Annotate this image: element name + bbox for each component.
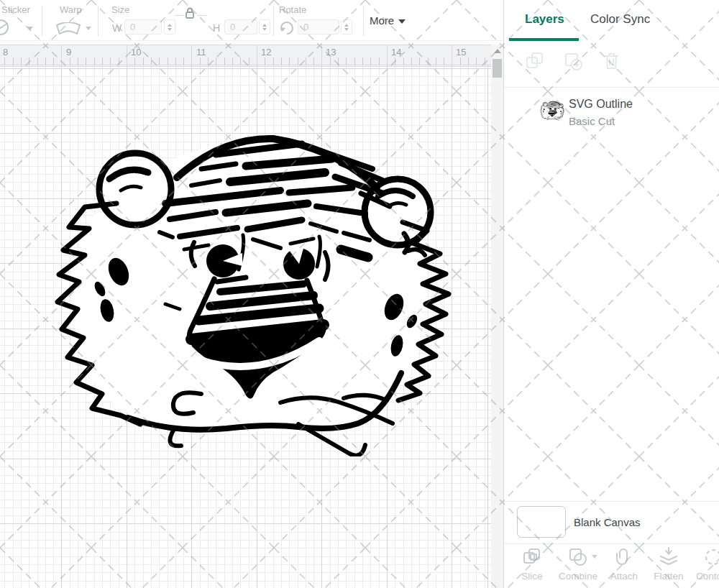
ruler-number: 15 bbox=[456, 47, 466, 58]
height-letter: H bbox=[213, 22, 220, 34]
layers-panel: Layers Color Sync SVG Outline Basic Cut … bbox=[503, 0, 719, 588]
blank-canvas-swatch[interactable] bbox=[517, 506, 566, 538]
mascot-artwork[interactable] bbox=[50, 132, 452, 456]
more-caret-icon bbox=[398, 19, 406, 24]
warp-caret-icon[interactable] bbox=[86, 27, 91, 30]
edit-toolbar: Sticker Warp Size W 0 H 0 Rotate 0 More bbox=[0, 0, 503, 41]
rotate-stepper[interactable] bbox=[341, 19, 352, 35]
toolbar-divider bbox=[273, 6, 274, 36]
ruler-number: 8 bbox=[3, 47, 8, 58]
active-tab-underline bbox=[509, 38, 579, 41]
blank-canvas-label: Blank Canvas bbox=[574, 516, 641, 528]
size-link-bracket bbox=[197, 15, 206, 16]
attach-icon bbox=[614, 547, 634, 567]
bottom-toolbar: Slice Combine Attach Flatten bbox=[504, 544, 719, 588]
sticker-group-label: Sticker bbox=[1, 4, 30, 15]
combine-button[interactable]: Combine bbox=[553, 546, 603, 582]
scrollbar-thumb[interactable] bbox=[493, 59, 502, 78]
rotate-group-label: Rotate bbox=[279, 4, 306, 15]
layer-title: SVG Outline bbox=[569, 98, 633, 111]
ruler-number: 14 bbox=[391, 47, 401, 58]
toolbar-divider bbox=[98, 6, 99, 36]
layer-subtitle: Basic Cut bbox=[569, 115, 615, 127]
offset-sticker-icon[interactable] bbox=[0, 19, 14, 36]
canvas-vertical-scrollbar[interactable] bbox=[491, 45, 503, 588]
attach-button[interactable]: Attach bbox=[599, 546, 649, 582]
contour-icon bbox=[703, 547, 719, 567]
ruler-number: 12 bbox=[261, 47, 271, 58]
size-group-label: Size bbox=[111, 4, 129, 15]
width-stepper[interactable] bbox=[164, 19, 175, 35]
flatten-button[interactable]: Flatten bbox=[644, 546, 694, 582]
design-app-window: { "toolbar": { "sticker_label": "Sticker… bbox=[0, 0, 719, 588]
layer-row[interactable]: SVG Outline Basic Cut bbox=[504, 95, 719, 132]
size-link-bracket bbox=[175, 15, 184, 16]
slice-icon bbox=[522, 547, 542, 567]
flatten-icon bbox=[659, 547, 679, 567]
more-button[interactable]: More bbox=[370, 14, 406, 27]
ruler-number: 13 bbox=[326, 47, 336, 58]
sticker-caret-icon[interactable] bbox=[27, 27, 33, 30]
panel-divider bbox=[504, 501, 719, 502]
rotate-icon[interactable] bbox=[279, 21, 295, 36]
warp-icon[interactable] bbox=[55, 22, 82, 35]
lock-icon[interactable] bbox=[184, 6, 196, 19]
toolbar-divider bbox=[42, 6, 42, 36]
horizontal-ruler: 8 9 10 11 12 13 14 15 bbox=[0, 45, 491, 65]
slice-button[interactable]: Slice bbox=[507, 546, 557, 582]
trash-icon[interactable] bbox=[603, 52, 620, 70]
ruler-number: 11 bbox=[196, 47, 206, 58]
height-input[interactable]: 0 bbox=[224, 19, 257, 35]
toolbar-divider bbox=[363, 6, 364, 36]
contour-button[interactable]: Contour bbox=[688, 546, 719, 582]
combine-caret-icon[interactable] bbox=[592, 555, 597, 559]
height-stepper[interactable] bbox=[259, 19, 270, 35]
scroll-up-button[interactable] bbox=[491, 45, 503, 57]
panel-divider bbox=[504, 87, 719, 88]
scroll-up-icon bbox=[494, 49, 501, 53]
combine-icon bbox=[568, 547, 588, 567]
tab-color-sync[interactable]: Color Sync bbox=[590, 12, 650, 27]
width-letter: W bbox=[112, 22, 122, 34]
layer-thumbnail bbox=[540, 99, 564, 122]
add-layer-icon[interactable] bbox=[564, 52, 582, 70]
more-label: More bbox=[370, 14, 394, 27]
width-input[interactable]: 0 bbox=[124, 19, 162, 35]
rotate-input[interactable]: 0 bbox=[298, 19, 339, 35]
warp-group-label: Warp bbox=[60, 4, 82, 15]
ruler-number: 10 bbox=[131, 47, 141, 58]
tab-layers[interactable]: Layers bbox=[525, 12, 564, 27]
ruler-number: 9 bbox=[66, 47, 71, 58]
duplicate-icon[interactable] bbox=[526, 52, 544, 70]
